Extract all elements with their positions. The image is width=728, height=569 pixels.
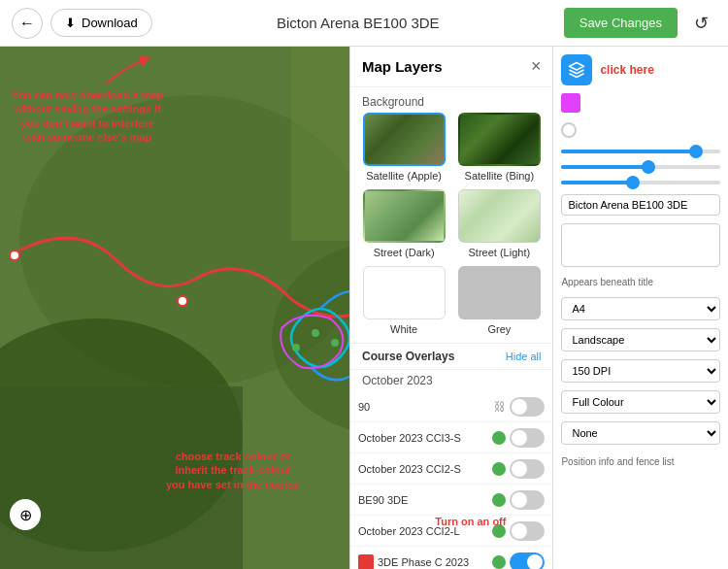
overlay-name-3de-c: 3DE Phase C 2023 <box>378 556 492 568</box>
appears-beneath-label: Appears beneath title <box>561 275 720 289</box>
svg-point-9 <box>312 329 319 337</box>
svg-point-6 <box>178 296 187 306</box>
turn-on-off-annotation: Turn on an off <box>435 516 506 527</box>
paper-size-select[interactable]: A4A3Letter <box>561 297 720 320</box>
satellite-bing-preview <box>458 113 541 166</box>
slider-row-1 <box>561 148 720 155</box>
overlay-row-cci3s: October 2023 CCI3-S <box>350 422 552 453</box>
street-dark-label: Street (Dark) <box>374 247 435 258</box>
grey-label: Grey <box>487 323 511 335</box>
slider-track-3[interactable] <box>561 181 720 184</box>
overlays-title: Course Overlays <box>362 350 454 363</box>
close-button[interactable]: × <box>531 56 542 77</box>
panel-title: Map Layers <box>362 58 443 75</box>
overlay-row-3de-c: 3DE Phase C 2023 <box>350 547 552 569</box>
fence-list-select[interactable]: NoneShow <box>561 421 720 445</box>
back-icon: ← <box>19 15 35 32</box>
slider-fill-2 <box>561 165 648 169</box>
slider-fill-1 <box>561 150 696 153</box>
tile-street-light[interactable]: Street (Light) <box>455 189 543 258</box>
overlay-icons-90: ⛓ <box>494 397 545 417</box>
slider-thumb-3[interactable] <box>626 176 640 189</box>
link-icon-90: ⛓ <box>494 400 506 414</box>
slider-track-1[interactable] <box>561 150 720 153</box>
track-colour-annotation: choose track colour or inherit the track… <box>165 450 301 491</box>
white-preview <box>363 266 446 319</box>
overlay-name-90: 90 <box>358 401 494 413</box>
green-dot-be90 <box>492 493 506 507</box>
description-textarea[interactable] <box>561 223 720 267</box>
tile-street-dark[interactable]: Street (Dark) <box>360 189 447 258</box>
satellite-apple-preview <box>363 113 446 166</box>
layers-icon-button[interactable] <box>561 54 592 85</box>
download-button[interactable]: ⬇ Download <box>50 9 152 37</box>
month-label: October 2023 <box>350 370 552 391</box>
radio-option-1 <box>561 120 720 140</box>
overlay-icons-3de-c <box>492 552 545 570</box>
toggle-3de-c[interactable] <box>510 552 545 570</box>
street-light-label: Street (Light) <box>469 247 531 258</box>
toggle-cci2l[interactable] <box>510 521 545 541</box>
header-left: ← ⬇ Download <box>12 8 152 39</box>
overlay-row-cci2s: October 2023 CCI2-S <box>350 453 552 485</box>
tile-white[interactable]: White <box>360 266 447 335</box>
overlay-icons-cci2s <box>492 459 545 479</box>
overlay-row-be90: BE90 3DE <box>350 485 552 516</box>
slider-row-3 <box>561 179 720 186</box>
right-sidebar: click here <box>553 47 728 569</box>
page-title: Bicton Arena BE100 3DE <box>277 15 440 31</box>
color-swatch-purple[interactable] <box>561 93 580 113</box>
green-dot-cci3s <box>492 431 506 445</box>
toggle-be90[interactable] <box>510 490 545 510</box>
satellite-bing-label: Satellite (Bing) <box>465 170 535 182</box>
orientation-select[interactable]: LandscapePortrait <box>561 328 720 351</box>
panel-header: Map Layers × <box>350 47 552 87</box>
click-here-label[interactable]: click here <box>600 63 653 77</box>
toggle-cci2s[interactable] <box>510 459 545 479</box>
tile-satellite-apple[interactable]: Satellite (Apple) <box>360 113 447 182</box>
street-light-preview <box>458 189 541 243</box>
tile-satellite-bing[interactable]: Satellite (Bing) <box>455 113 543 182</box>
download-label: Download <box>82 16 138 30</box>
slider-thumb-2[interactable] <box>642 160 655 174</box>
slider-row-2 <box>561 163 720 171</box>
toggle-90[interactable] <box>510 397 545 417</box>
background-section-title: Background <box>350 87 552 113</box>
color-swatch-3de-c <box>358 554 374 570</box>
overlay-row-cci2l: October 2023 CCI2-L Turn on an off <box>350 516 552 547</box>
reset-button[interactable]: ↺ <box>685 8 716 39</box>
slider-fill-3 <box>561 181 633 184</box>
overlay-icons-cci3s <box>492 428 545 448</box>
map-title-input[interactable] <box>561 194 720 216</box>
slider-thumb-1[interactable] <box>689 145 703 158</box>
back-button[interactable]: ← <box>12 8 43 39</box>
radio-circle-1[interactable] <box>561 122 577 138</box>
panel-main: Map Layers × Background Satellite (Apple… <box>350 47 553 569</box>
right-top: click here <box>561 54 720 85</box>
download-icon: ⬇ <box>65 16 76 30</box>
overlays-header: Course Overlays Hide all <box>350 343 552 370</box>
svg-point-10 <box>331 339 339 347</box>
slider-track-2[interactable] <box>561 165 720 169</box>
map-layers-panel: Map Layers × Background Satellite (Apple… <box>349 47 728 569</box>
colour-select[interactable]: Full ColourBlack & White <box>561 390 720 414</box>
overlay-name-cci2s: October 2023 CCI2-S <box>358 463 492 475</box>
tile-grey[interactable]: Grey <box>455 266 543 335</box>
street-dark-preview <box>363 189 446 243</box>
header: ← ⬇ Download Bicton Arena BE100 3DE Save… <box>0 0 728 47</box>
grey-preview <box>458 266 541 319</box>
save-button[interactable]: Save Changes <box>564 8 678 38</box>
overlay-name-cci3s: October 2023 CCI3-S <box>358 432 492 444</box>
satellite-apple-label: Satellite (Apple) <box>366 170 442 182</box>
header-right: Save Changes ↺ <box>564 8 716 39</box>
green-dot-cci2s <box>492 462 506 476</box>
white-label: White <box>390 323 417 335</box>
dpi-select[interactable]: 72 DPI150 DPI300 DPI <box>561 359 720 383</box>
location-button[interactable]: ⊕ <box>10 499 41 530</box>
download-annotation: You can now download a map without savin… <box>10 64 165 144</box>
green-dot-3de-c <box>492 555 506 569</box>
overlay-row-90: 90 ⛓ <box>350 391 552 422</box>
overlay-name-be90: BE90 3DE <box>358 494 492 506</box>
toggle-cci3s[interactable] <box>510 428 545 448</box>
hide-all-button[interactable]: Hide all <box>506 351 542 362</box>
